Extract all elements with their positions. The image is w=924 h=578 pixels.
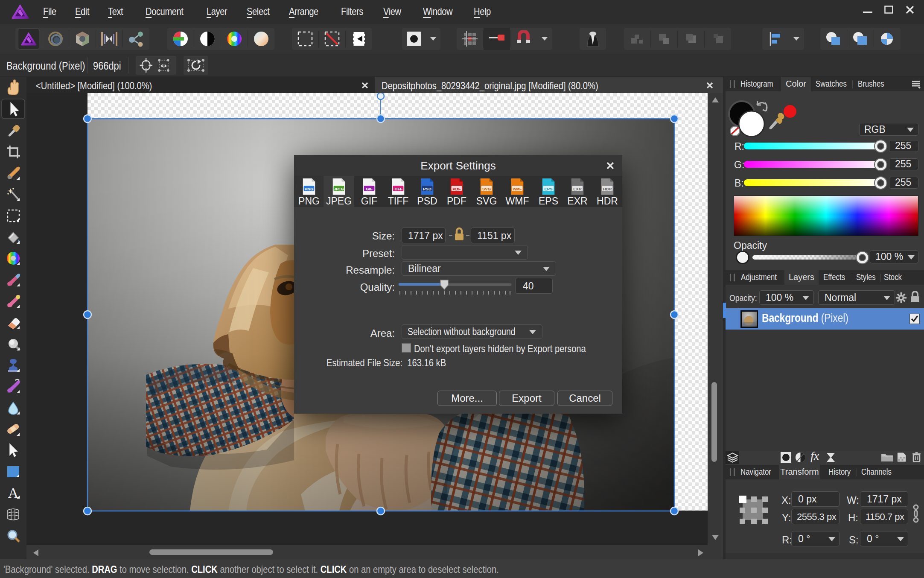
svg-text:SVG: SVG <box>482 187 491 191</box>
svg-text:EXR: EXR <box>573 187 582 191</box>
svg-text:JPEG: JPEG <box>334 187 344 191</box>
svg-text:GIF: GIF <box>366 187 373 191</box>
svg-text:EPS: EPS <box>544 187 552 191</box>
svg-text:PNG: PNG <box>305 187 314 191</box>
svg-text:PSD: PSD <box>423 187 431 191</box>
svg-text:WMF: WMF <box>513 187 522 191</box>
svg-text:TIFF: TIFF <box>394 187 402 191</box>
svg-text:PDF: PDF <box>452 187 461 191</box>
svg-text:HDR: HDR <box>603 187 612 191</box>
